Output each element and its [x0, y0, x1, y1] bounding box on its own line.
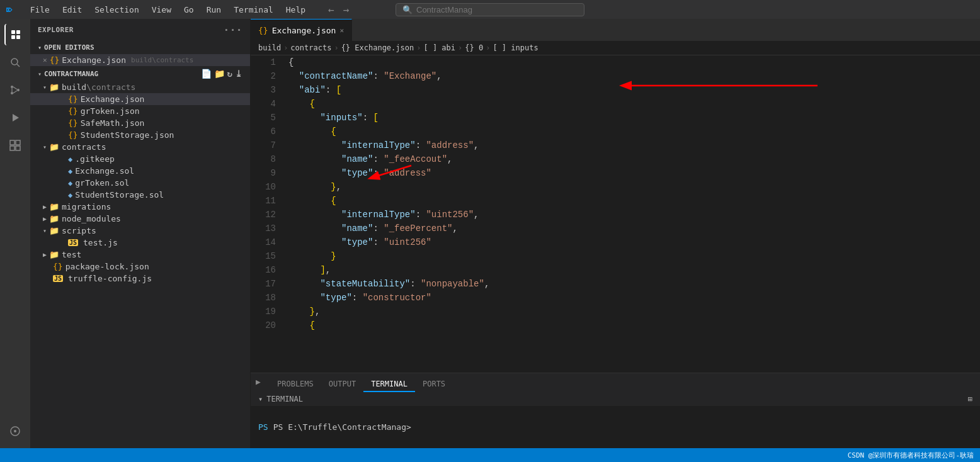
node-modules-folder[interactable]: ▶ 📁 node_modules — [30, 213, 250, 225]
breadcrumb-build[interactable]: build — [258, 43, 281, 52]
migrations-label: migrations — [62, 202, 111, 211]
menu-selection[interactable]: Selection — [89, 4, 144, 16]
node-modules-label: node_modules — [62, 214, 121, 223]
line-numbers: 1 2 3 4 5 6 7 8 9 10 11 12 13 14 15 16 1… — [251, 55, 282, 373]
menu-file[interactable]: File — [25, 4, 55, 16]
search-bar[interactable]: 🔍 — [396, 3, 584, 16]
terminal-prompt-icon: PS — [258, 422, 268, 432]
svg-point-7 — [11, 92, 13, 94]
code-line-2: "contractName": "Exchange", — [288, 69, 980, 83]
code-content[interactable]: { "contractName": "Exchange", "abi": [ {… — [282, 55, 980, 373]
terminal-content[interactable]: PS PS E:\Truffle\ContractManag> — [251, 406, 980, 448]
panel-tab-terminal[interactable]: TERMINAL — [363, 377, 415, 392]
explorer-header: EXPLORER ··· — [30, 19, 250, 41]
new-folder-tool[interactable]: 📁 — [214, 69, 225, 79]
code-line-5: "inputs": [ — [288, 111, 980, 125]
breadcrumb-inputs[interactable]: [ ] inputs — [493, 43, 538, 52]
menu-view[interactable]: View — [147, 4, 176, 16]
test-folder[interactable]: ▶ 📁 test — [30, 249, 250, 261]
contracts-folder[interactable]: ▾ 📁 contracts — [30, 141, 250, 153]
breadcrumb-exchange-json[interactable]: {} Exchange.json — [341, 43, 414, 52]
studentstorage-sol-item[interactable]: ◆ StudentStorage.sol — [30, 189, 250, 201]
code-line-20: { — [288, 318, 980, 332]
ln-4: 4 — [263, 97, 276, 111]
explorer-menu[interactable]: ··· — [224, 24, 242, 36]
panel-expand-icon[interactable]: ▶ — [256, 377, 261, 386]
menu-go[interactable]: Go — [179, 4, 199, 16]
refresh-tool[interactable]: ↻ — [227, 69, 232, 79]
breadcrumb-sep4: › — [458, 43, 462, 52]
svg-rect-14 — [16, 140, 20, 145]
grtoken-json-icon: {} — [68, 106, 78, 116]
svg-line-10 — [13, 87, 17, 89]
exchange-sol-item[interactable]: ◆ Exchange.sol — [30, 165, 250, 177]
open-editor-json-icon: {} — [50, 55, 60, 65]
code-container[interactable]: 1 2 3 4 5 6 7 8 9 10 11 12 13 14 15 16 1… — [251, 55, 980, 373]
svg-rect-15 — [10, 146, 14, 150]
breadcrumb-abi[interactable]: [ ] abi — [423, 43, 455, 52]
migrations-arrow: ▶ — [43, 203, 47, 210]
grtoken-json-item[interactable]: {} grToken.json — [30, 105, 250, 117]
code-line-17: "stateMutability": "nonpayable", — [288, 277, 980, 291]
terminal-icon[interactable]: ⊞ — [968, 395, 972, 403]
ln-13: 13 — [263, 222, 276, 235]
test-folder-label: test — [62, 250, 81, 259]
code-line-12: "internalType": "uint256", — [288, 208, 980, 222]
menu-help[interactable]: Help — [281, 4, 311, 16]
search-input[interactable] — [416, 5, 555, 14]
migrations-folder-icon: 📁 — [49, 202, 59, 211]
gitkeep-item[interactable]: ◆ .gitkeep — [30, 153, 250, 165]
safemath-json-item[interactable]: {} SafeMath.json — [30, 117, 250, 129]
ln-3: 3 — [263, 83, 276, 97]
migrations-folder[interactable]: ▶ 📁 migrations — [30, 201, 250, 213]
svg-rect-13 — [10, 140, 14, 145]
activity-remote[interactable] — [4, 420, 26, 442]
svg-rect-16 — [16, 146, 20, 150]
code-line-6: { — [288, 125, 980, 138]
menu-edit[interactable]: Edit — [57, 4, 87, 16]
activity-source-control[interactable] — [4, 79, 26, 101]
breadcrumb-contracts[interactable]: contracts — [290, 43, 331, 52]
close-editor-icon[interactable]: ✕ — [43, 56, 47, 64]
activity-run-debug[interactable] — [4, 107, 26, 128]
svg-point-6 — [11, 86, 13, 88]
panel-tab-problems[interactable]: PROBLEMS — [270, 377, 321, 392]
panel-tab-output[interactable]: OUTPUT — [321, 377, 363, 392]
truffle-config-item[interactable]: JS truffle-config.js — [30, 273, 250, 285]
breadcrumb-sep5: › — [486, 43, 490, 52]
contracts-label: contracts — [62, 142, 106, 152]
menu-run[interactable]: Run — [202, 4, 226, 16]
exchange-json-item[interactable]: {} Exchange.json — [30, 93, 250, 105]
explorer-label: EXPLORER — [38, 26, 74, 34]
svg-point-18 — [14, 430, 16, 432]
svg-line-5 — [17, 64, 20, 67]
breadcrumb-sep3: › — [416, 43, 421, 52]
activity-extensions[interactable] — [4, 135, 26, 156]
breadcrumb-0[interactable]: {} 0 — [465, 43, 483, 52]
main-layout: EXPLORER ··· ▾ OPEN EDITORS ✕ {} Exchang… — [0, 19, 980, 448]
panel-tab-ports[interactable]: PORTS — [415, 377, 453, 392]
package-lock-item[interactable]: {} package-lock.json — [30, 261, 250, 273]
test-js-item[interactable]: JS test.js — [30, 237, 250, 249]
tab-close-button[interactable]: ✕ — [339, 26, 344, 35]
breadcrumb-sep1: › — [283, 43, 288, 52]
collapse-tool[interactable]: ⤓ — [235, 69, 242, 79]
grtoken-json-label: grToken.json — [81, 106, 140, 116]
studentstorage-json-item[interactable]: {} StudentStorage.json — [30, 129, 250, 141]
open-editors-section[interactable]: ▾ OPEN EDITORS — [30, 41, 250, 54]
tab-exchange-json[interactable]: {} Exchange.json ✕ — [251, 19, 352, 41]
scripts-folder[interactable]: ▾ 📁 scripts — [30, 225, 250, 237]
open-editor-exchange-json[interactable]: ✕ {} Exchange.json build\contracts — [30, 54, 250, 66]
menu-terminal[interactable]: Terminal — [229, 4, 278, 16]
ln-20: 20 — [263, 318, 276, 332]
build-folder[interactable]: ▾ 📁 build\contracts — [30, 81, 250, 93]
new-file-tool[interactable]: 📄 — [201, 69, 212, 79]
nav-back-button[interactable]: ← — [326, 4, 337, 16]
activity-explorer[interactable] — [4, 24, 26, 45]
activity-search[interactable] — [4, 52, 26, 73]
grtoken-sol-item[interactable]: ◆ grToken.sol — [30, 177, 250, 189]
exchange-sol-icon: ◆ — [68, 167, 72, 176]
nav-forward-button[interactable]: → — [341, 4, 352, 16]
svg-marker-12 — [13, 114, 19, 121]
contractmanag-header[interactable]: ▾ CONTRACTMANAG 📄 📁 ↻ ⤓ — [30, 66, 250, 81]
